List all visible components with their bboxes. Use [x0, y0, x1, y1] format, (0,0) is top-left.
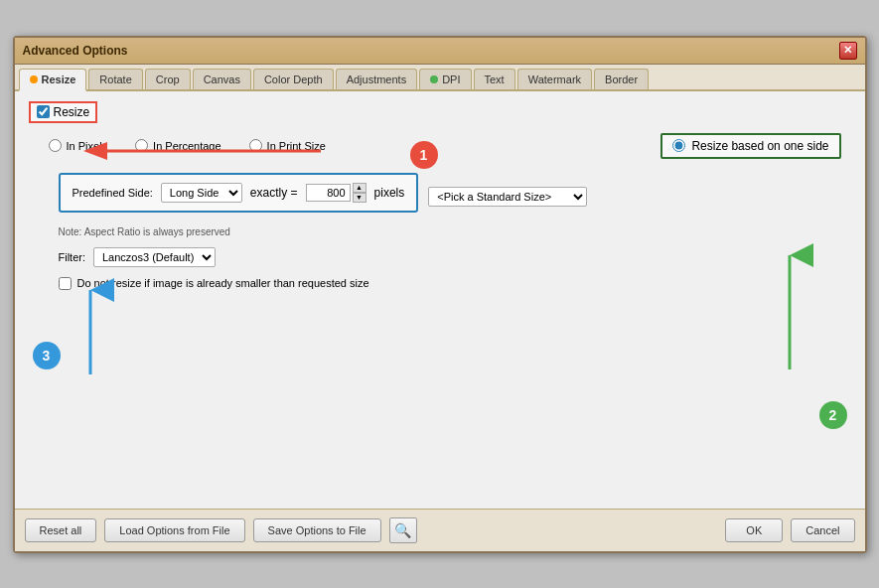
- resize-checkbox-row: Resize: [29, 101, 851, 123]
- no-resize-row: Do not resize if image is already smalle…: [59, 277, 851, 290]
- tab-watermark-label: Watermark: [528, 74, 581, 85]
- spin-up-button[interactable]: ▲: [353, 183, 366, 193]
- tab-rotate-label: Rotate: [99, 74, 131, 85]
- tab-colordepth[interactable]: Color Depth: [253, 69, 334, 89]
- save-options-button[interactable]: Save Options to File: [253, 518, 381, 542]
- pixels-input[interactable]: [306, 184, 351, 202]
- tab-rotate[interactable]: Rotate: [88, 69, 142, 89]
- dpi-tab-dot: [430, 75, 438, 83]
- tab-content: Resize In Pixels In Percentage In Print …: [15, 91, 865, 509]
- tab-resize-label: Resize: [42, 74, 76, 85]
- reset-all-button[interactable]: Reset all: [25, 518, 97, 542]
- radio-in-pixels-input[interactable]: [49, 139, 62, 152]
- no-resize-label: Do not resize if image is already smalle…: [77, 277, 369, 289]
- tab-border[interactable]: Border: [594, 69, 649, 89]
- filter-select[interactable]: Lanczos3 (Default) Mitchell Bicubic Bili…: [93, 247, 216, 267]
- bottom-bar: Reset all Load Options from File Save Op…: [15, 509, 865, 551]
- filter-row: Filter: Lanczos3 (Default) Mitchell Bicu…: [59, 247, 851, 267]
- cancel-button[interactable]: Cancel: [791, 518, 854, 542]
- resize-checkbox[interactable]: [37, 105, 50, 118]
- predefined-side-label: Predefined Side:: [73, 187, 153, 199]
- search-icon-button[interactable]: 🔍: [389, 517, 417, 543]
- tab-bar: Resize Rotate Crop Canvas Color Depth Ad…: [15, 65, 865, 91]
- resize-checkbox-label: Resize: [54, 105, 90, 119]
- tab-canvas-label: Canvas: [204, 74, 240, 85]
- pixels-input-group: ▲ ▼: [306, 183, 366, 203]
- exactly-label: exactly =: [250, 186, 298, 200]
- spin-down-button[interactable]: ▼: [353, 193, 366, 203]
- filter-label: Filter:: [59, 251, 86, 263]
- tab-dpi[interactable]: DPI: [419, 69, 471, 89]
- resize-checkbox-box: Resize: [29, 101, 98, 123]
- radio-one-side-label: Resize based on one side: [691, 139, 828, 153]
- radio-in-pixels: In Pixels: [49, 139, 108, 152]
- close-button[interactable]: ✕: [839, 42, 857, 60]
- tab-crop-label: Crop: [156, 74, 180, 85]
- blue-arrow-annotation: [71, 285, 110, 384]
- predefined-box: Predefined Side: Long Side Short Side Wi…: [59, 173, 419, 213]
- annotation-circle-3: 3: [33, 342, 61, 369]
- standard-size-select[interactable]: <Pick a Standard Size>: [428, 187, 587, 207]
- resize-based-one-side-box: Resize based on one side: [660, 133, 840, 159]
- tab-resize[interactable]: Resize: [19, 69, 87, 91]
- tab-watermark[interactable]: Watermark: [517, 69, 592, 89]
- annotation-circle-2: 2: [819, 401, 847, 429]
- resize-tab-dot: [30, 75, 38, 83]
- tab-text[interactable]: Text: [474, 69, 515, 89]
- advanced-options-window: Advanced Options ✕ Resize Rotate Crop Ca…: [13, 36, 867, 553]
- tab-border-label: Border: [605, 74, 638, 85]
- tab-adjustments[interactable]: Adjustments: [336, 69, 418, 89]
- tab-dpi-label: DPI: [442, 74, 460, 85]
- radio-one-side-input[interactable]: [672, 139, 685, 152]
- tab-text-label: Text: [485, 74, 505, 85]
- title-bar: Advanced Options ✕: [15, 38, 865, 65]
- tab-crop[interactable]: Crop: [145, 69, 191, 89]
- pixels-label: pixels: [374, 186, 405, 200]
- spin-buttons: ▲ ▼: [353, 183, 366, 203]
- aspect-ratio-note: Note: Aspect Ratio is always preserved: [59, 226, 851, 237]
- tab-canvas[interactable]: Canvas: [193, 69, 251, 89]
- ok-button[interactable]: OK: [725, 518, 783, 542]
- window-title: Advanced Options: [23, 44, 128, 58]
- green-arrow-annotation: [770, 250, 809, 379]
- red-arrow-annotation: [102, 137, 351, 165]
- search-icon: 🔍: [394, 522, 411, 538]
- tab-adjustments-label: Adjustments: [347, 74, 407, 85]
- predefined-side-select[interactable]: Long Side Short Side Width Height: [161, 183, 242, 203]
- load-options-button[interactable]: Load Options from File: [104, 518, 244, 542]
- tab-colordepth-label: Color Depth: [264, 74, 323, 85]
- annotation-circle-1: 1: [410, 141, 438, 169]
